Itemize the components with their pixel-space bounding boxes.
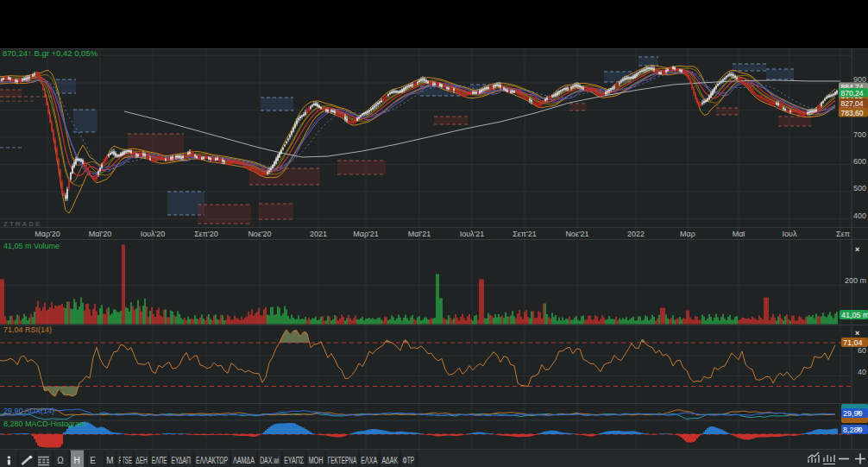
svg-text:ΕΥΔΑΠ: ΕΥΔΑΠ bbox=[172, 456, 191, 465]
svg-text:Μαϊ'21: Μαϊ'21 bbox=[408, 230, 431, 238]
svg-text:Η: Η bbox=[73, 456, 79, 465]
svg-text:Μαρ'21: Μαρ'21 bbox=[353, 230, 379, 238]
svg-text:ΕΛΧΑ: ΕΛΧΑ bbox=[361, 456, 377, 465]
svg-text:Ιουλ: Ιουλ bbox=[783, 230, 797, 238]
svg-text:Μαρ'20: Μαρ'20 bbox=[35, 230, 60, 238]
svg-text:ΔΕΗ: ΔΕΗ bbox=[135, 456, 148, 465]
svg-text:8,280 MACD-Histogram: 8,280 MACD-Histogram bbox=[3, 420, 86, 428]
svg-text:Ε: Ε bbox=[90, 456, 96, 465]
svg-text:870,24↑ Β.gr +0,42 0,05%: 870,24↑ Β.gr +0,42 0,05% bbox=[3, 48, 98, 58]
svg-text:FTSE: FTSE bbox=[119, 456, 133, 465]
svg-text:ΕΥΑΠΣ: ΕΥΑΠΣ bbox=[284, 456, 304, 465]
svg-text:ΕΛΛΑΚΤΩΡ: ΕΛΛΑΚΤΩΡ bbox=[196, 456, 228, 465]
svg-text:ΕΛΠΕ: ΕΛΠΕ bbox=[152, 456, 167, 465]
svg-text:41,05 m: 41,05 m bbox=[841, 311, 868, 319]
svg-text:Μ: Μ bbox=[106, 456, 113, 465]
svg-text:Μαϊ'20: Μαϊ'20 bbox=[89, 230, 111, 238]
svg-text:Ω: Ω bbox=[57, 456, 64, 465]
svg-text:×: × bbox=[855, 329, 859, 338]
svg-text:Σεπ'21: Σεπ'21 bbox=[513, 230, 537, 238]
svg-text:870,24: 870,24 bbox=[841, 89, 864, 98]
svg-text:ΦΤΡ: ΦΤΡ bbox=[403, 456, 415, 465]
svg-text:400: 400 bbox=[853, 211, 866, 220]
svg-text:×: × bbox=[857, 408, 861, 417]
svg-text:×: × bbox=[857, 425, 861, 433]
svg-text:200 m: 200 m bbox=[845, 276, 866, 285]
svg-text:827,04: 827,04 bbox=[841, 99, 864, 108]
svg-text:Σεπ: Σεπ bbox=[836, 230, 850, 238]
svg-text:2022: 2022 bbox=[627, 230, 645, 238]
svg-text:Μαϊ: Μαϊ bbox=[733, 230, 746, 238]
svg-text:×: × bbox=[855, 245, 859, 254]
svg-text:700: 700 bbox=[853, 130, 866, 139]
svg-text:ΑΔΑΚ: ΑΔΑΚ bbox=[381, 456, 398, 465]
svg-text:29,90 ADX(14): 29,90 ADX(14) bbox=[3, 407, 54, 415]
svg-text:DAX.wi: DAX.wi bbox=[260, 456, 279, 465]
svg-text:500: 500 bbox=[853, 184, 866, 192]
svg-text:Ιουλ'21: Ιουλ'21 bbox=[460, 230, 485, 238]
svg-text:Μαρ: Μαρ bbox=[680, 230, 695, 238]
svg-text:2021: 2021 bbox=[310, 230, 327, 238]
svg-text:Σεπ'20: Σεπ'20 bbox=[194, 230, 218, 238]
svg-text:41,05 m Volume: 41,05 m Volume bbox=[3, 242, 60, 250]
svg-text:71,04 RSI(14): 71,04 RSI(14) bbox=[3, 325, 52, 334]
svg-text:783,60: 783,60 bbox=[841, 109, 864, 117]
svg-text:40: 40 bbox=[858, 368, 866, 376]
svg-text:Ιουλ'20: Ιουλ'20 bbox=[141, 230, 166, 238]
svg-text:Νοε'21: Νοε'21 bbox=[565, 230, 588, 238]
svg-text:ΓΕΚΤΕΡΝΑ: ΓΕΚΤΕΡΝΑ bbox=[328, 456, 357, 465]
svg-text:ΜΟΗ: ΜΟΗ bbox=[308, 456, 323, 465]
svg-text:ZTRADE: ZTRADE bbox=[3, 220, 41, 228]
svg-text:600: 600 bbox=[853, 157, 866, 166]
svg-text:Νοε'20: Νοε'20 bbox=[248, 230, 271, 238]
svg-text:ΛΑΜΔΑ: ΛΑΜΔΑ bbox=[233, 456, 255, 465]
svg-text:60: 60 bbox=[858, 346, 866, 355]
